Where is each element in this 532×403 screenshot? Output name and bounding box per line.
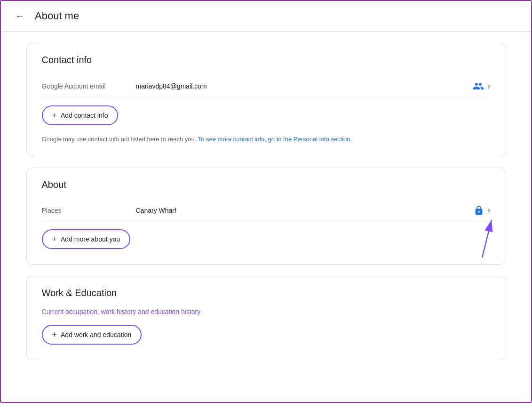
work-education-card: Work & Education Current occupation, wor… (26, 276, 506, 360)
header: ← About me (1, 1, 531, 32)
back-icon: ← (15, 11, 24, 22)
places-label: Places (42, 207, 136, 214)
add-about-label: Add more about you (61, 235, 120, 243)
add-work-education-button[interactable]: + Add work and education (42, 325, 142, 345)
email-row: Google Account email mariavdp84@gmail.co… (42, 75, 491, 98)
email-label: Google Account email (42, 82, 136, 90)
places-actions: › (474, 205, 491, 216)
work-education-subtitle: Current occupation, work history and edu… (42, 308, 491, 315)
email-actions: › (473, 81, 491, 92)
email-value: mariavdp84@gmail.com (136, 82, 473, 90)
plus-icon: + (52, 111, 57, 120)
page-title: About me (35, 10, 79, 22)
plus-icon-about: + (52, 235, 57, 243)
people-icon (473, 81, 484, 92)
back-button[interactable]: ← (12, 8, 27, 24)
add-contact-info-label: Add contact info (61, 112, 108, 119)
email-chevron-icon[interactable]: › (488, 81, 491, 91)
contact-info-card: Contact info Google Account email mariav… (26, 43, 506, 156)
plus-icon-work: + (52, 330, 57, 339)
places-value: Canary Wharf (136, 207, 474, 214)
work-education-title: Work & Education (42, 288, 491, 298)
notice-text: Google may use contact info not listed h… (42, 135, 491, 145)
contact-info-title: Contact info (42, 55, 491, 65)
about-card: About Places Canary Wharf › + Add more a… (26, 168, 506, 265)
places-row: Places Canary Wharf › (42, 200, 491, 222)
add-work-education-label: Add work and education (61, 331, 131, 339)
about-title: About (42, 179, 491, 190)
personal-info-link[interactable]: To see more contact info, go to the Pers… (198, 136, 352, 143)
add-contact-info-button[interactable]: + Add contact info (42, 105, 119, 125)
add-about-button[interactable]: + Add more about you (42, 229, 131, 249)
main-content: Contact info Google Account email mariav… (8, 32, 525, 383)
page-container: ← About me Contact info Google Account e… (0, 0, 532, 403)
svg-line-1 (482, 220, 492, 258)
notice-static-text: Google may use contact info not listed h… (42, 136, 197, 143)
places-chevron-icon[interactable]: › (488, 205, 491, 215)
lock-icon (474, 205, 484, 216)
